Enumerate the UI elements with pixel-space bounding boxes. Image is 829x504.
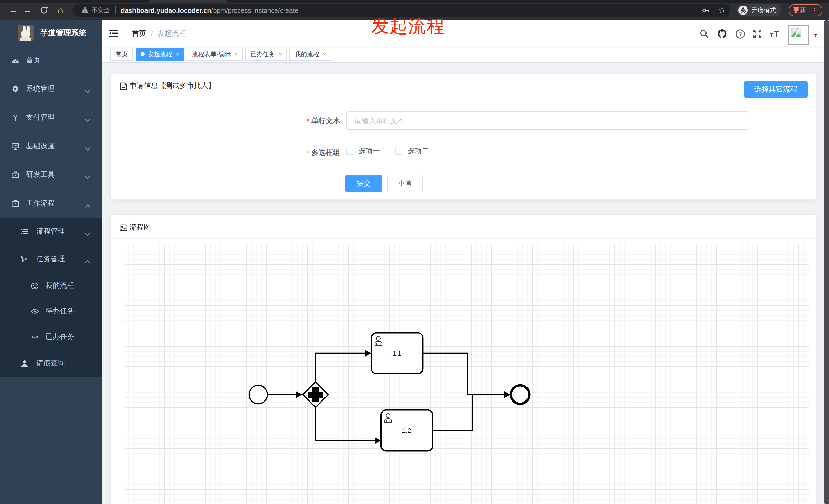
incognito-label: 无痕模式 [751, 6, 776, 14]
bookmark-star-icon[interactable]: ☆ [716, 4, 729, 17]
checkbox-label: 选项二 [407, 147, 429, 156]
gear-icon [11, 85, 20, 93]
sidebar-item-label: 工作流程 [26, 199, 55, 208]
bpmn-end-event[interactable] [511, 385, 529, 404]
close-icon[interactable]: × [235, 51, 238, 57]
required-asterisk: * [307, 148, 310, 156]
arrowhead [365, 350, 371, 356]
sidebar-item-label: 系统管理 [26, 84, 55, 93]
browser-tabstrip [0, 0, 829, 3]
sidebar-item-label: 已办任务 [45, 332, 74, 342]
password-key-icon[interactable] [699, 4, 712, 17]
browser-home-icon[interactable]: ⌂ [54, 4, 67, 17]
picture-icon [120, 224, 127, 231]
flow-task11-to-end [423, 353, 467, 395]
close-icon[interactable]: × [279, 51, 282, 57]
sidebar-collapse-icon[interactable] [107, 27, 120, 39]
sidebar-item-label: 任务管理 [36, 255, 65, 264]
bpmn-user-task-1-1[interactable]: 1.1 [371, 333, 423, 374]
bpmn-user-task-1-2[interactable]: 1.2 [381, 410, 433, 451]
sidebar-item-label: 请假查询 [36, 359, 65, 368]
browser-forward-icon[interactable]: → [21, 4, 34, 17]
task-label: 1.2 [402, 427, 411, 434]
incognito-icon [738, 6, 748, 15]
checkbox-option-2[interactable]: 选项二 [395, 147, 429, 156]
divider [115, 6, 116, 14]
sidebar-logo-row[interactable]: 芋道管理系统 [0, 21, 102, 45]
checkbox-group-label: *多选框组 [146, 148, 340, 157]
eye-icon [31, 307, 39, 315]
sidebar-item-workflow[interactable]: 工作流程 [0, 189, 102, 218]
workflow-submenu: 流程管理 任务管理 我的流程 [0, 218, 102, 377]
page-scrollbar[interactable] [824, 21, 829, 504]
browser-reload-icon[interactable] [37, 4, 50, 17]
submit-button[interactable]: 提交 [345, 175, 382, 192]
sidebar-item-leave-query[interactable]: 请假查询 [0, 350, 102, 377]
font-size-icon[interactable]: TT [769, 27, 782, 40]
document-icon [120, 82, 127, 90]
view-tab-my-process[interactable]: 我的流程 × [290, 47, 331, 61]
view-tab-home[interactable]: 首页 [110, 47, 133, 61]
active-dot [141, 52, 145, 56]
update-label: 更新 [793, 6, 806, 14]
reset-button[interactable]: 重置 [387, 175, 423, 192]
annotation-start-process: 发起流程 [371, 14, 445, 38]
sidebar-item-label: 研发工具 [26, 170, 55, 180]
bpmn-parallel-gateway[interactable] [303, 382, 328, 408]
sidebar-item-infrastructure[interactable]: 基础设施 [0, 132, 102, 160]
browser-update-button[interactable]: 更新 ⋮ [789, 4, 822, 16]
choose-other-process-button[interactable]: 选择其它流程 [744, 81, 807, 98]
bpmn-diagram: 1.1 1.2 [124, 244, 809, 504]
face-icon [31, 282, 39, 290]
fullscreen-icon[interactable] [751, 27, 764, 40]
url-path: /bpm/process-instance/create [211, 6, 298, 14]
arrowhead [375, 437, 381, 444]
close-icon[interactable]: × [323, 51, 326, 57]
bpmn-start-event[interactable] [249, 385, 267, 404]
card-title: 申请信息【测试多审批人】 [130, 81, 215, 90]
sidebar-item-process-management[interactable]: 流程管理 [0, 218, 102, 245]
sidebar-item-system[interactable]: 系统管理 [0, 75, 102, 103]
checkbox-option-1[interactable]: 选项一 [346, 147, 380, 156]
sidebar-item-task-management[interactable]: 任务管理 [0, 245, 102, 273]
security-label: 不安全 [92, 6, 110, 14]
checkbox-icon[interactable] [346, 148, 353, 155]
sidebar-item-todo-tasks[interactable]: 待办任务 [0, 299, 102, 324]
card-title-row: 流程图 [111, 215, 816, 239]
arrowhead [296, 391, 302, 398]
not-secure-warning-icon [81, 6, 88, 15]
sidebar-item-done-tasks[interactable]: 已办任务 [0, 324, 102, 350]
view-tab-form-edit[interactable]: 流程表单-编辑 × [187, 47, 243, 61]
avatar-caret-icon[interactable]: ▼ [813, 32, 818, 38]
view-tabbar: 首页 发起流程 × 流程表单-编辑 × 已办任务 × 我的流程 × [102, 46, 824, 63]
sidebar: 芋道管理系统 首页 系统管理 ¥ 支付管理 [0, 21, 102, 504]
close-icon[interactable]: × [176, 51, 179, 57]
incognito-badge: 无痕模式 [737, 4, 781, 16]
sidebar-item-home[interactable]: 首页 [0, 46, 102, 75]
arrowhead [504, 391, 510, 398]
checkbox-icon[interactable] [395, 148, 402, 155]
user-avatar-broken-image[interactable] [788, 25, 808, 45]
flow-task12-to-end [433, 395, 473, 430]
toolbox-icon [11, 171, 20, 179]
tab-label: 首页 [116, 50, 128, 59]
breadcrumb-home[interactable]: 首页 [132, 29, 146, 38]
view-tab-start-process[interactable]: 发起流程 × [136, 47, 184, 61]
browser-back-icon[interactable]: ← [7, 4, 20, 17]
sidebar-item-my-process[interactable]: 我的流程 [0, 273, 102, 299]
browser-active-tab[interactable] [148, 0, 227, 3]
sidebar-item-dev-tools[interactable]: 研发工具 [0, 160, 102, 189]
kebab-menu-icon[interactable]: ⋮ [811, 6, 818, 14]
bpmn-canvas[interactable]: 1.1 1.2 [124, 244, 809, 504]
github-icon[interactable] [716, 27, 729, 40]
search-icon[interactable] [697, 27, 711, 40]
yen-icon: ¥ [11, 114, 20, 122]
chevron-down-icon [85, 230, 91, 238]
process-diagram-card: 流程图 [111, 215, 817, 504]
view-tab-done-tasks[interactable]: 已办任务 × [246, 47, 287, 61]
single-line-input[interactable] [346, 111, 749, 130]
sidebar-item-payment[interactable]: ¥ 支付管理 [0, 103, 102, 132]
sidebar-item-label: 流程管理 [36, 227, 65, 236]
help-icon[interactable]: ? [733, 27, 747, 40]
sidebar-menu: 首页 系统管理 ¥ 支付管理 基础设施 [0, 46, 102, 377]
